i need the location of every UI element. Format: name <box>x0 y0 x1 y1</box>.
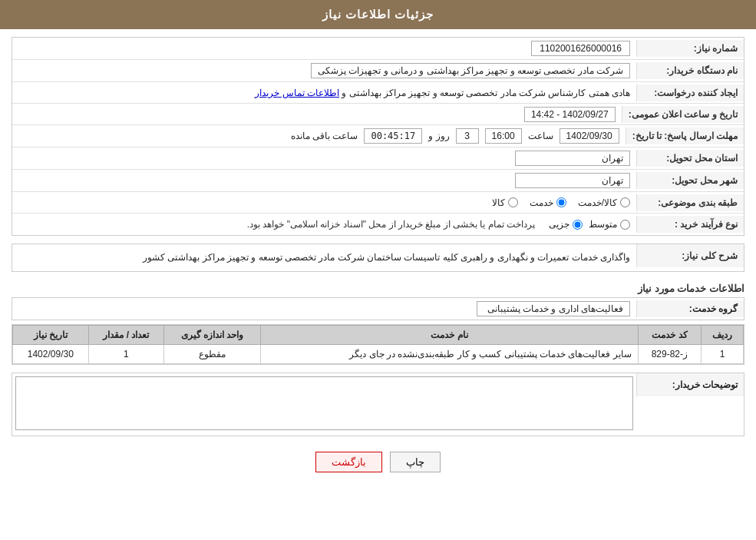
ijad-konande-value: هادی همتی کارشناس شرکت مادر تخصصی توسعه … <box>12 84 636 101</box>
tabaqe-khadamat-radio[interactable] <box>556 197 566 207</box>
mohlat-time-box: 16:00 <box>485 128 522 144</box>
mohlat-date-box: 1402/09/30 <box>560 128 619 144</box>
page-header: جزئیات اطلاعات نیاز <box>0 0 756 29</box>
main-info-section: شماره نیاز: 1102001626000016 نام دستگاه … <box>12 37 744 236</box>
comments-row: توضیحات خریدار: <box>12 373 744 436</box>
group-box: فعالیت‌های اداری و خدمات پشتیبانی <box>477 301 630 316</box>
noue-row: نوع فرآیند خرید : متوسط جزیی پرداخت تمام… <box>12 214 744 235</box>
comments-section: توضیحات خریدار: <box>12 373 744 436</box>
cell-vahed: مقطوع <box>164 345 261 364</box>
comments-value <box>12 373 636 436</box>
ostan-label: استان محل تحویل: <box>636 150 744 167</box>
noue-label: نوع فرآیند خرید : <box>636 216 744 233</box>
comments-label: توضیحات خریدار: <box>636 373 744 396</box>
services-table: ردیف کد خدمت نام خدمت واحد اندازه گیری ت… <box>12 325 744 364</box>
nam-dastgah-row: نام دستگاه خریدار: شرکت مادر تخصصی توسعه… <box>12 60 744 82</box>
ijad-konande-text: هادی همتی کارشناس شرکت مادر تخصصی توسعه … <box>339 88 630 98</box>
col-kod: کد خدمت <box>638 326 701 345</box>
comments-textarea[interactable] <box>15 376 633 430</box>
shahr-box: تهران <box>515 173 630 188</box>
noue-jazee-item: جزیی <box>549 219 583 230</box>
mohlat-days-box: 3 <box>456 128 479 144</box>
nam-dastgah-box: شرکت مادر تخصصی توسعه و تجهیز مراکز بهدا… <box>311 63 630 78</box>
nam-dastgah-label: نام دستگاه خریدار: <box>636 62 744 79</box>
cell-nam: سایر فعالیت‌های خدمات پشتیبانی کسب و کار… <box>261 345 638 364</box>
table-row: 1 ز-82-829 سایر فعالیت‌های خدمات پشتیبان… <box>13 345 744 364</box>
col-nam: نام خدمت <box>261 326 638 345</box>
tabaqe-label: طبقه بندی موضوعی: <box>636 194 744 211</box>
tabaqe-kala-label: کالا <box>492 197 505 208</box>
tabaqe-value: کالا/خدمت خدمت کالا <box>12 194 636 211</box>
mohlat-remaining-box: 00:45:17 <box>364 128 422 144</box>
group-label: گروه خدمت: <box>636 300 744 317</box>
group-value: فعالیت‌های اداری و خدمات پشتیبانی <box>12 298 636 320</box>
print-button[interactable]: چاپ <box>390 452 441 472</box>
mohlat-label: مهلت ارسال پاسخ: تا تاریخ: <box>626 128 744 144</box>
mohlat-time-row: 1402/09/30 ساعت 16:00 3 روز و 00:45:17 س… <box>18 128 619 144</box>
cell-tedad: 1 <box>88 345 163 364</box>
mohlat-suffix: ساعت باقی مانده <box>291 131 358 141</box>
tarikh-row: تاریخ و ساعت اعلان عمومی: 1402/09/27 - 1… <box>12 104 744 125</box>
noue-mottasat-item: متوسط <box>589 219 630 230</box>
col-vahed: واحد اندازه گیری <box>164 326 261 345</box>
main-content: شماره نیاز: 1102001626000016 نام دستگاه … <box>0 29 756 488</box>
services-table-container: ردیف کد خدمت نام خدمت واحد اندازه گیری ت… <box>12 324 744 365</box>
services-info-title: اطلاعات خدمات مورد نیاز <box>12 280 744 297</box>
noue-value: متوسط جزیی پرداخت تمام یا بخشی از مبلغ خ… <box>12 216 636 233</box>
col-radif: ردیف <box>702 326 744 345</box>
tabaqe-kala-khadamat-label: کالا/خدمت <box>578 197 617 208</box>
process-row: متوسط جزیی پرداخت تمام یا بخشی از مبلغ خ… <box>18 219 630 230</box>
shomara-niaz-label: شماره نیاز: <box>636 40 744 57</box>
shomara-niaz-value: 1102001626000016 <box>12 38 636 59</box>
sharh-section: شرح کلی نیاز: واگذاری خدمات تعمیرات و نگ… <box>12 243 744 272</box>
cell-radif: 1 <box>702 345 744 364</box>
noue-jazee-radio[interactable] <box>573 220 583 230</box>
noue-mottasat-radio[interactable] <box>620 220 630 230</box>
sharh-value: واگذاری خدمات تعمیرات و نگهداری و راهبری… <box>12 244 636 271</box>
tabaqe-khadamat-label: خدمت <box>530 197 553 208</box>
shomara-niaz-row: شماره نیاز: 1102001626000016 <box>12 38 744 60</box>
nam-dastgah-value: شرکت مادر تخصصی توسعه و تجهیز مراکز بهدا… <box>12 60 636 81</box>
back-button[interactable]: بازگشت <box>315 452 382 472</box>
tabaqe-kala-radio[interactable] <box>508 197 518 207</box>
mohlat-value: 1402/09/30 ساعت 16:00 3 روز و 00:45:17 س… <box>12 125 626 147</box>
noue-mottasat-label: متوسط <box>589 219 617 230</box>
mohlat-row: مهلت ارسال پاسخ: تا تاریخ: 1402/09/30 سا… <box>12 125 744 147</box>
tabaqe-radio-group: کالا/خدمت خدمت کالا <box>18 197 630 208</box>
shomara-niaz-box: 1102001626000016 <box>531 41 630 56</box>
mohlat-days-label: روز و <box>428 131 449 141</box>
shahr-row: شهر محل تحویل: تهران <box>12 170 744 192</box>
mohlat-saat-label: ساعت <box>528 131 553 141</box>
ijad-konande-row: ایجاد کننده درخواست: هادی همتی کارشناس ش… <box>12 82 744 104</box>
sharh-label: شرح کلی نیاز: <box>636 244 744 267</box>
buttons-row: چاپ بازگشت <box>12 444 744 480</box>
ostan-value: تهران <box>12 147 636 169</box>
ostan-row: استان محل تحویل: تهران <box>12 147 744 170</box>
cell-kod: ز-82-829 <box>638 345 701 364</box>
tabaqe-kala-item: کالا <box>492 197 518 208</box>
page-wrapper: جزئیات اطلاعات نیاز شماره نیاز: 11020016… <box>0 0 756 540</box>
noue-jazee-label: جزیی <box>549 219 569 230</box>
col-tarikh: تاریخ نیاز <box>13 326 89 345</box>
tabaqe-row: طبقه بندی موضوعی: کالا/خدمت خدمت <box>12 192 744 214</box>
group-row: گروه خدمت: فعالیت‌های اداری و خدمات پشتی… <box>12 297 744 320</box>
shahr-value: تهران <box>12 170 636 191</box>
noue-process-text: پرداخت تمام یا بخشی از مبلغ خریدار از مح… <box>247 219 535 230</box>
tabaqe-kala-khadamat-radio[interactable] <box>620 197 630 207</box>
sharh-row: شرح کلی نیاز: واگذاری خدمات تعمیرات و نگ… <box>12 244 744 271</box>
tarikh-value: 1402/09/27 - 14:42 <box>12 106 622 123</box>
cell-tarikh: 1402/09/30 <box>13 345 89 364</box>
ijad-konande-link[interactable]: اطلاعات تماس خریدار <box>255 88 339 98</box>
tabaqe-khadamat-item: خدمت <box>530 197 566 208</box>
tabaqe-kala-khadamat-item: کالا/خدمت <box>578 197 630 208</box>
page-title: جزئیات اطلاعات نیاز <box>322 8 434 21</box>
tarikh-label: تاریخ و ساعت اعلان عمومی: <box>622 106 744 123</box>
ostan-box: تهران <box>515 151 630 166</box>
tarikh-box: 1402/09/27 - 14:42 <box>524 107 616 122</box>
ijad-konande-label: ایجاد کننده درخواست: <box>636 84 744 101</box>
shahr-label: شهر محل تحویل: <box>636 172 744 189</box>
col-tedad: تعداد / مقدار <box>88 326 163 345</box>
